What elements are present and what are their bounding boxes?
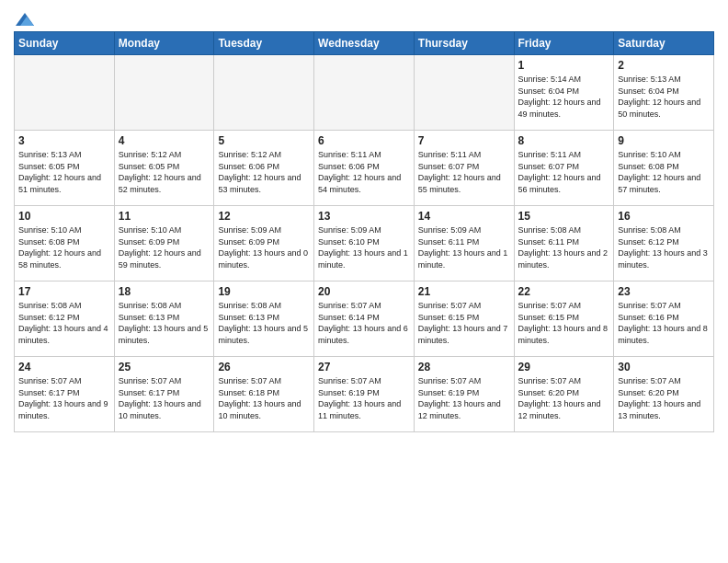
day-info: Sunrise: 5:07 AMSunset: 6:15 PMDaylight:… — [518, 300, 610, 346]
calendar-cell: 22Sunrise: 5:07 AMSunset: 6:15 PMDayligh… — [514, 282, 614, 357]
day-number: 15 — [518, 210, 610, 223]
weekday-header-wednesday: Wednesday — [314, 32, 415, 55]
day-info: Sunrise: 5:09 AMSunset: 6:10 PMDaylight:… — [318, 224, 410, 270]
calendar-cell: 20Sunrise: 5:07 AMSunset: 6:14 PMDayligh… — [314, 282, 415, 357]
day-number: 8 — [518, 134, 610, 147]
day-info: Sunrise: 5:13 AMSunset: 6:05 PMDaylight:… — [18, 149, 110, 195]
day-info: Sunrise: 5:11 AMSunset: 6:07 PMDaylight:… — [518, 149, 610, 195]
calendar-cell: 25Sunrise: 5:07 AMSunset: 6:17 PMDayligh… — [114, 357, 214, 432]
day-number: 16 — [618, 210, 710, 223]
calendar-cell: 15Sunrise: 5:08 AMSunset: 6:11 PMDayligh… — [514, 206, 614, 282]
day-info: Sunrise: 5:07 AMSunset: 6:17 PMDaylight:… — [18, 375, 110, 421]
calendar-cell: 10Sunrise: 5:10 AMSunset: 6:08 PMDayligh… — [15, 206, 115, 282]
day-number: 25 — [119, 361, 210, 373]
day-number: 3 — [18, 134, 110, 147]
calendar-cell — [15, 55, 115, 131]
day-number: 12 — [218, 210, 310, 223]
day-number: 19 — [218, 285, 310, 298]
calendar-cell — [414, 55, 514, 131]
day-info: Sunrise: 5:08 AMSunset: 6:13 PMDaylight:… — [119, 300, 210, 346]
day-number: 21 — [418, 285, 510, 298]
calendar-cell: 4Sunrise: 5:12 AMSunset: 6:05 PMDaylight… — [114, 131, 214, 206]
calendar-cell: 2Sunrise: 5:13 AMSunset: 6:04 PMDaylight… — [614, 55, 714, 131]
day-info: Sunrise: 5:10 AMSunset: 6:08 PMDaylight:… — [18, 224, 110, 270]
calendar-cell: 9Sunrise: 5:10 AMSunset: 6:08 PMDaylight… — [614, 131, 714, 206]
calendar-cell: 21Sunrise: 5:07 AMSunset: 6:15 PMDayligh… — [414, 282, 514, 357]
day-number: 13 — [318, 210, 410, 223]
weekday-header-tuesday: Tuesday — [214, 32, 314, 55]
day-info: Sunrise: 5:08 AMSunset: 6:11 PMDaylight:… — [518, 224, 610, 270]
day-info: Sunrise: 5:11 AMSunset: 6:07 PMDaylight:… — [418, 149, 510, 195]
day-number: 2 — [618, 59, 710, 72]
day-info: Sunrise: 5:07 AMSunset: 6:19 PMDaylight:… — [418, 375, 510, 421]
calendar-cell: 13Sunrise: 5:09 AMSunset: 6:10 PMDayligh… — [314, 206, 415, 282]
calendar-cell: 26Sunrise: 5:07 AMSunset: 6:18 PMDayligh… — [214, 357, 314, 432]
day-number: 22 — [518, 285, 610, 298]
day-info: Sunrise: 5:12 AMSunset: 6:06 PMDaylight:… — [218, 149, 310, 195]
day-info: Sunrise: 5:07 AMSunset: 6:20 PMDaylight:… — [618, 375, 710, 421]
calendar-cell: 18Sunrise: 5:08 AMSunset: 6:13 PMDayligh… — [114, 282, 214, 357]
calendar-cell: 30Sunrise: 5:07 AMSunset: 6:20 PMDayligh… — [614, 357, 714, 432]
week-row-3: 17Sunrise: 5:08 AMSunset: 6:12 PMDayligh… — [15, 282, 714, 357]
logo — [14, 9, 34, 26]
day-info: Sunrise: 5:07 AMSunset: 6:18 PMDaylight:… — [218, 375, 310, 421]
day-number: 24 — [18, 361, 110, 373]
calendar-cell: 1Sunrise: 5:14 AMSunset: 6:04 PMDaylight… — [514, 55, 614, 131]
calendar-cell — [314, 55, 415, 131]
calendar-cell: 6Sunrise: 5:11 AMSunset: 6:06 PMDaylight… — [314, 131, 415, 206]
day-info: Sunrise: 5:07 AMSunset: 6:15 PMDaylight:… — [418, 300, 510, 346]
weekday-header-monday: Monday — [114, 32, 214, 55]
day-number: 11 — [119, 210, 210, 223]
day-info: Sunrise: 5:07 AMSunset: 6:14 PMDaylight:… — [318, 300, 410, 346]
day-info: Sunrise: 5:09 AMSunset: 6:09 PMDaylight:… — [218, 224, 310, 270]
day-number: 6 — [318, 134, 410, 147]
week-row-0: 1Sunrise: 5:14 AMSunset: 6:04 PMDaylight… — [15, 55, 714, 131]
day-info: Sunrise: 5:13 AMSunset: 6:04 PMDaylight:… — [618, 74, 710, 120]
day-number: 23 — [618, 285, 710, 298]
calendar-cell: 16Sunrise: 5:08 AMSunset: 6:12 PMDayligh… — [614, 206, 714, 282]
week-row-1: 3Sunrise: 5:13 AMSunset: 6:05 PMDaylight… — [15, 131, 714, 206]
weekday-header-sunday: Sunday — [15, 32, 115, 55]
day-info: Sunrise: 5:09 AMSunset: 6:11 PMDaylight:… — [418, 224, 510, 270]
day-number: 5 — [218, 134, 310, 147]
day-number: 30 — [618, 361, 710, 373]
day-number: 27 — [318, 361, 410, 373]
calendar-cell: 27Sunrise: 5:07 AMSunset: 6:19 PMDayligh… — [314, 357, 415, 432]
calendar-cell: 24Sunrise: 5:07 AMSunset: 6:17 PMDayligh… — [15, 357, 115, 432]
week-row-4: 24Sunrise: 5:07 AMSunset: 6:17 PMDayligh… — [15, 357, 714, 432]
day-info: Sunrise: 5:10 AMSunset: 6:09 PMDaylight:… — [119, 224, 210, 270]
day-info: Sunrise: 5:08 AMSunset: 6:12 PMDaylight:… — [618, 224, 710, 270]
day-info: Sunrise: 5:07 AMSunset: 6:16 PMDaylight:… — [618, 300, 710, 346]
calendar-cell: 29Sunrise: 5:07 AMSunset: 6:20 PMDayligh… — [514, 357, 614, 432]
calendar-cell: 14Sunrise: 5:09 AMSunset: 6:11 PMDayligh… — [414, 206, 514, 282]
calendar-cell: 3Sunrise: 5:13 AMSunset: 6:05 PMDaylight… — [15, 131, 115, 206]
weekday-header-thursday: Thursday — [414, 32, 514, 55]
day-number: 9 — [618, 134, 710, 147]
calendar-cell: 17Sunrise: 5:08 AMSunset: 6:12 PMDayligh… — [15, 282, 115, 357]
day-number: 26 — [218, 361, 310, 373]
calendar-cell: 8Sunrise: 5:11 AMSunset: 6:07 PMDaylight… — [514, 131, 614, 206]
day-number: 29 — [518, 361, 610, 373]
day-info: Sunrise: 5:08 AMSunset: 6:13 PMDaylight:… — [218, 300, 310, 346]
day-info: Sunrise: 5:10 AMSunset: 6:08 PMDaylight:… — [618, 149, 710, 195]
calendar-table: SundayMondayTuesdayWednesdayThursdayFrid… — [14, 31, 714, 432]
calendar-cell — [114, 55, 214, 131]
calendar-cell — [214, 55, 314, 131]
day-info: Sunrise: 5:07 AMSunset: 6:19 PMDaylight:… — [318, 375, 410, 421]
day-number: 28 — [418, 361, 510, 373]
day-info: Sunrise: 5:07 AMSunset: 6:17 PMDaylight:… — [119, 375, 210, 421]
weekday-header-friday: Friday — [514, 32, 614, 55]
calendar-cell: 12Sunrise: 5:09 AMSunset: 6:09 PMDayligh… — [214, 206, 314, 282]
day-number: 10 — [18, 210, 110, 223]
day-info: Sunrise: 5:11 AMSunset: 6:06 PMDaylight:… — [318, 149, 410, 195]
weekday-header-saturday: Saturday — [614, 32, 714, 55]
day-info: Sunrise: 5:12 AMSunset: 6:05 PMDaylight:… — [119, 149, 210, 195]
calendar-cell: 7Sunrise: 5:11 AMSunset: 6:07 PMDaylight… — [414, 131, 514, 206]
day-number: 17 — [18, 285, 110, 298]
week-row-2: 10Sunrise: 5:10 AMSunset: 6:08 PMDayligh… — [15, 206, 714, 282]
calendar-cell: 23Sunrise: 5:07 AMSunset: 6:16 PMDayligh… — [614, 282, 714, 357]
weekday-header-row: SundayMondayTuesdayWednesdayThursdayFrid… — [15, 32, 714, 55]
calendar-cell: 28Sunrise: 5:07 AMSunset: 6:19 PMDayligh… — [414, 357, 514, 432]
calendar-cell: 19Sunrise: 5:08 AMSunset: 6:13 PMDayligh… — [214, 282, 314, 357]
day-number: 4 — [119, 134, 210, 147]
